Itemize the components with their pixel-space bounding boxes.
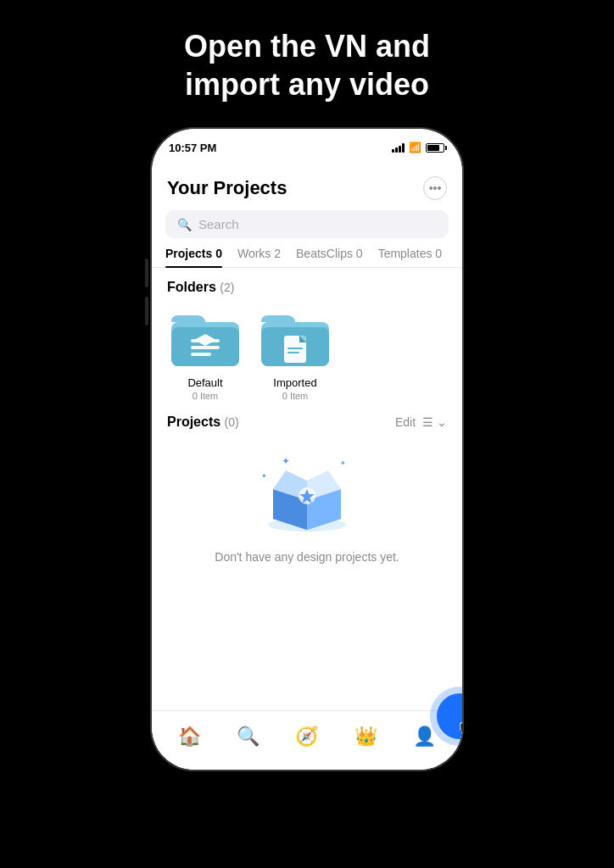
more-options-button[interactable]: ••• [423, 176, 447, 200]
folders-count: (2) [220, 281, 234, 294]
search-bar[interactable]: 🔍 Search [165, 210, 449, 238]
tabs: Projects 0 Works 2 BeatsClips 0 Template… [152, 247, 462, 268]
headline: Open the VN and import any video [150, 27, 464, 103]
svg-rect-10 [287, 352, 299, 353]
folders-section-title: Folders (2) [152, 268, 462, 303]
discover-icon: 🧭 [295, 726, 318, 748]
empty-text: Don't have any design projects yet. [215, 550, 399, 564]
nav-discover[interactable]: 🧭 [295, 726, 318, 748]
nav-premium[interactable]: 👑 [354, 726, 377, 748]
folder-default-icon [167, 303, 243, 371]
list-view-icon[interactable]: ☰ ⌄ [422, 415, 447, 429]
phone-wrapper: 10:57 PM 📶 [150, 127, 464, 771]
projects-count: (0) [225, 415, 239, 429]
status-bar: 10:57 PM 📶 [152, 129, 462, 166]
tab-beatsclips[interactable]: BeatsClips 0 [296, 247, 363, 267]
profile-icon: 👤 [413, 726, 436, 748]
signal-icon [392, 142, 405, 153]
svg-rect-9 [287, 348, 303, 349]
tab-templates[interactable]: Templates 0 [378, 247, 442, 267]
tab-works[interactable]: Works 2 [237, 247, 281, 267]
folder-default-count: 0 Item [193, 391, 219, 401]
phone-screen: 10:57 PM 📶 [152, 129, 462, 770]
battery-icon [426, 143, 447, 153]
volume-down-button [145, 297, 148, 326]
search-nav-icon: 🔍 [237, 726, 260, 748]
svg-rect-3 [191, 346, 220, 349]
volume-up-button [145, 259, 148, 287]
home-icon: 🏠 [178, 726, 201, 748]
projects-title: Projects (0) [167, 415, 239, 430]
folder-default[interactable]: Default 0 Item [167, 303, 243, 401]
status-right: 📶 [392, 142, 447, 153]
nav-search[interactable]: 🔍 [237, 726, 260, 748]
search-placeholder: Search [198, 217, 239, 231]
sparkle-icon: ✦ [282, 455, 290, 467]
page-title: Your Projects [167, 177, 287, 199]
phone-shell: 10:57 PM 📶 [150, 127, 464, 771]
nav-home[interactable]: 🏠 [178, 726, 201, 748]
sparkle-icon-3: ✦ [261, 472, 267, 480]
folder-default-name: Default [187, 376, 222, 389]
wifi-icon: 📶 [409, 142, 421, 153]
crown-icon: 👑 [354, 726, 377, 748]
svg-rect-4 [191, 353, 211, 356]
nav-profile[interactable]: 👤 [413, 726, 436, 748]
folder-imported-name: Imported [273, 376, 316, 389]
folders-grid: Default 0 Item [152, 303, 462, 415]
projects-controls: Edit ☰ ⌄ [395, 415, 447, 429]
sparkle-icon-2: ✦ [340, 459, 346, 467]
empty-state: ✦ ✦ ✦ [152, 438, 462, 572]
app-content: Your Projects ••• 🔍 Search Projects 0 Wo… [152, 166, 462, 770]
folder-imported-count: 0 Item [282, 391, 309, 401]
edit-button[interactable]: Edit [395, 415, 416, 429]
status-time: 10:57 PM [169, 142, 216, 154]
page-header: Your Projects ••• [152, 166, 462, 207]
tab-projects[interactable]: Projects 0 [165, 247, 222, 267]
folder-imported[interactable]: Imported 0 Item [257, 303, 333, 401]
search-icon: 🔍 [177, 218, 192, 231]
cursor-arrow-icon: ↖ [457, 714, 462, 746]
empty-illustration: ✦ ✦ ✦ [256, 455, 358, 540]
bottom-nav: 🏠 🔍 🧭 👑 👤 [152, 710, 462, 770]
projects-section-header: Projects (0) Edit ☰ ⌄ [152, 415, 462, 430]
folder-imported-icon [257, 303, 333, 371]
